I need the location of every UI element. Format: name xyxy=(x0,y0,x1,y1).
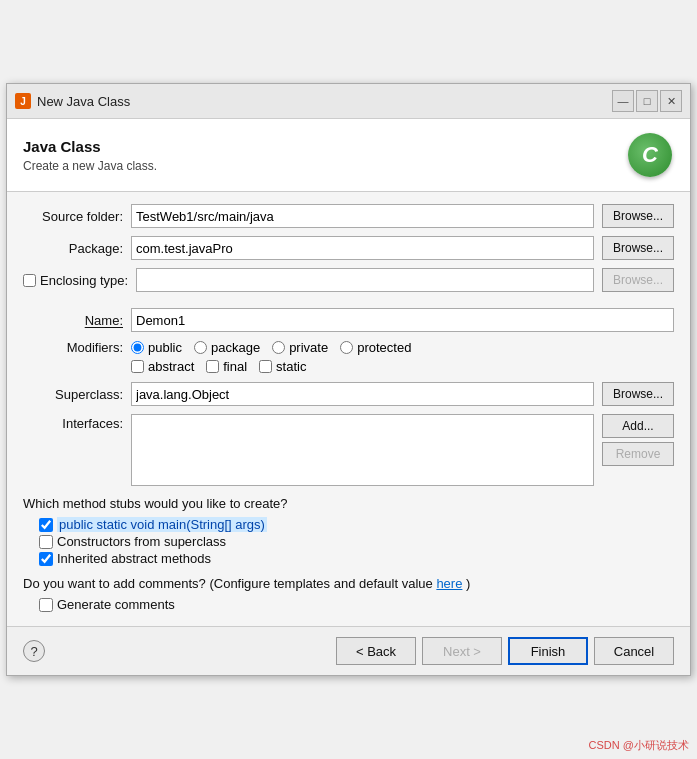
stub-constructor-label[interactable]: Constructors from superclass xyxy=(57,534,226,549)
stub-inherited-label[interactable]: Inherited abstract methods xyxy=(57,551,211,566)
form-content: Source folder: Browse... Package: Browse… xyxy=(7,192,690,626)
source-folder-row: Source folder: Browse... xyxy=(23,204,674,228)
modifier-protected: protected xyxy=(340,340,411,355)
cancel-button[interactable]: Cancel xyxy=(594,637,674,665)
method-stubs-section: Which method stubs would you like to cre… xyxy=(23,496,674,566)
source-folder-browse-button[interactable]: Browse... xyxy=(602,204,674,228)
window-title: New Java Class xyxy=(37,94,606,109)
header-icon: C xyxy=(626,131,674,179)
enclosing-type-row: Enclosing type: Browse... xyxy=(23,268,674,292)
modifier-package: package xyxy=(194,340,260,355)
method-stubs-question: Which method stubs would you like to cre… xyxy=(23,496,674,511)
comments-section: Do you want to add comments? (Configure … xyxy=(23,576,674,612)
superclass-label: Superclass: xyxy=(23,387,123,402)
modifiers-section: public package private protected xyxy=(131,340,411,374)
name-row: Name: xyxy=(23,308,674,332)
modifier-final: final xyxy=(206,359,247,374)
header-subtitle: Create a new Java class. xyxy=(23,159,157,173)
interfaces-remove-button[interactable]: Remove xyxy=(602,442,674,466)
package-input[interactable] xyxy=(131,236,594,260)
help-button[interactable]: ? xyxy=(23,640,45,662)
interfaces-row: Interfaces: Add... Remove xyxy=(23,414,674,486)
superclass-row: Superclass: Browse... xyxy=(23,382,674,406)
modifier-static-label[interactable]: static xyxy=(276,359,306,374)
modifier-public: public xyxy=(131,340,182,355)
source-folder-label: Source folder: xyxy=(23,209,123,224)
modifier-private-radio[interactable] xyxy=(272,341,285,354)
window-controls: ― □ ✕ xyxy=(612,90,682,112)
modifier-final-label[interactable]: final xyxy=(223,359,247,374)
generate-comments-row: Generate comments xyxy=(39,597,674,612)
method-stubs-options: public static void main(String[] args) C… xyxy=(39,517,674,566)
comments-question: Do you want to add comments? (Configure … xyxy=(23,576,674,591)
interfaces-label: Interfaces: xyxy=(23,414,123,431)
modifiers-radio-row: public package private protected xyxy=(131,340,411,355)
dialog: J New Java Class ― □ ✕ Java Class Create… xyxy=(6,83,691,676)
package-browse-button[interactable]: Browse... xyxy=(602,236,674,260)
modifier-private-label[interactable]: private xyxy=(289,340,328,355)
method-stub-constructor: Constructors from superclass xyxy=(39,534,674,549)
modifier-public-radio[interactable] xyxy=(131,341,144,354)
package-label: Package: xyxy=(23,241,123,256)
enclosing-type-checkbox[interactable] xyxy=(23,274,36,287)
header-text: Java Class Create a new Java class. xyxy=(23,138,157,173)
enclosing-browse-button[interactable]: Browse... xyxy=(602,268,674,292)
minimize-button[interactable]: ― xyxy=(612,90,634,112)
comments-config-link[interactable]: here xyxy=(436,576,462,591)
source-folder-input[interactable] xyxy=(131,204,594,228)
modifiers-row: Modifiers: public package private xyxy=(23,340,674,374)
stub-constructor-checkbox[interactable] xyxy=(39,535,53,549)
finish-button[interactable]: Finish xyxy=(508,637,588,665)
modifier-protected-label[interactable]: protected xyxy=(357,340,411,355)
enclosing-type-input[interactable] xyxy=(136,268,594,292)
stub-main-checkbox[interactable] xyxy=(39,518,53,532)
modifier-abstract-label[interactable]: abstract xyxy=(148,359,194,374)
generate-comments-checkbox-row: Generate comments xyxy=(39,597,674,612)
interfaces-add-button[interactable]: Add... xyxy=(602,414,674,438)
watermark: CSDN @小研说技术 xyxy=(589,738,689,753)
interfaces-input[interactable] xyxy=(131,414,594,486)
window-icon: J xyxy=(15,93,31,109)
method-stub-inherited: Inherited abstract methods xyxy=(39,551,674,566)
header-section: Java Class Create a new Java class. C xyxy=(7,119,690,192)
name-input[interactable] xyxy=(131,308,674,332)
svg-text:J: J xyxy=(20,96,26,107)
modifiers-checkbox-row: abstract final static xyxy=(131,359,411,374)
modifier-private: private xyxy=(272,340,328,355)
modifier-package-radio[interactable] xyxy=(194,341,207,354)
maximize-button[interactable]: □ xyxy=(636,90,658,112)
close-button[interactable]: ✕ xyxy=(660,90,682,112)
modifier-static-checkbox[interactable] xyxy=(259,360,272,373)
modifiers-label: Modifiers: xyxy=(23,340,123,355)
back-button[interactable]: < Back xyxy=(336,637,416,665)
stub-main-label[interactable]: public static void main(String[] args) xyxy=(57,517,267,532)
modifier-protected-radio[interactable] xyxy=(340,341,353,354)
modifier-abstract-checkbox[interactable] xyxy=(131,360,144,373)
name-label: Name: xyxy=(23,313,123,328)
nav-buttons: < Back Next > Finish Cancel xyxy=(336,637,674,665)
next-button[interactable]: Next > xyxy=(422,637,502,665)
enclosing-type-checkbox-row: Enclosing type: xyxy=(23,273,128,288)
modifier-abstract: abstract xyxy=(131,359,194,374)
stub-inherited-checkbox[interactable] xyxy=(39,552,53,566)
header-title: Java Class xyxy=(23,138,157,155)
modifier-final-checkbox[interactable] xyxy=(206,360,219,373)
eclipse-logo: C xyxy=(628,133,672,177)
superclass-browse-button[interactable]: Browse... xyxy=(602,382,674,406)
modifier-static: static xyxy=(259,359,306,374)
modifier-package-label[interactable]: package xyxy=(211,340,260,355)
superclass-input[interactable] xyxy=(131,382,594,406)
title-bar: J New Java Class ― □ ✕ xyxy=(7,84,690,119)
button-bar: ? < Back Next > Finish Cancel xyxy=(7,626,690,675)
generate-comments-label[interactable]: Generate comments xyxy=(57,597,175,612)
interfaces-buttons: Add... Remove xyxy=(602,414,674,466)
enclosing-type-label[interactable]: Enclosing type: xyxy=(40,273,128,288)
modifier-public-label[interactable]: public xyxy=(148,340,182,355)
method-stub-main: public static void main(String[] args) xyxy=(39,517,674,532)
package-row: Package: Browse... xyxy=(23,236,674,260)
generate-comments-checkbox[interactable] xyxy=(39,598,53,612)
